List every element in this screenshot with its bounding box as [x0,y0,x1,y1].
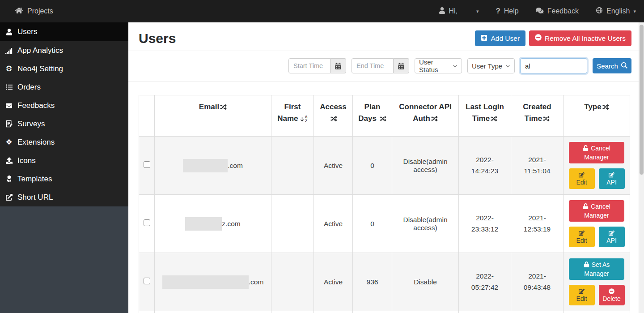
sidebar-item-label: Extensions [17,138,55,147]
last-login-cell: 2022-05:27:42 [459,253,511,311]
language-label: English [606,7,630,15]
survey-icon [4,120,13,128]
select-column-header [139,95,155,137]
delete-button[interactable]: Delete [599,285,625,305]
topbar-right: Hi, ▾ ? Help Feedback English ▾ [439,7,636,16]
scrollbar-thumb[interactable] [640,25,644,175]
sidebar-item-label: Short URL [17,193,53,202]
brand-label: Projects [27,7,53,15]
plan-days-cell: 0 [353,137,392,195]
cancel-manager-button[interactable]: Cancel Manager [569,142,624,164]
connector-api-auth-cell: Disable(admin access) [392,137,459,195]
row-checkbox[interactable] [144,278,150,284]
sidebar-item-label: Icons [17,156,36,165]
nav-projects[interactable]: Projects [15,7,53,16]
row-checkbox[interactable] [144,161,150,168]
api-button[interactable]: API [599,227,625,247]
sidebar-item-orders[interactable]: Orders [0,78,128,96]
table-row: .com Active 936 Disable 2022-05:27:42 20… [139,253,630,311]
type-actions-cell: Set As Manager Edit Delete [564,253,630,311]
envelope-icon [4,103,13,109]
extensions-icon: ❖ [4,138,13,146]
page-header: Users Add User Remove All Inactive Users [139,26,631,51]
type-column-header[interactable]: Type [564,95,630,137]
calendar-icon[interactable] [394,58,409,73]
vertical-scrollbar[interactable] [639,22,644,313]
sidebar-item-short-url[interactable]: Short URL [0,188,128,206]
sidebar-item-neo4j-setting[interactable]: ⚙ Neo4j Setting [0,60,128,78]
first-name-cell [271,137,314,195]
remove-all-inactive-users-button[interactable]: Remove All Inactive Users [529,30,631,46]
sidebar-item-app-analytics[interactable]: App Analytics [0,41,128,60]
sidebar-menu: App Analytics ⚙ Neo4j Setting Orders Fee… [0,41,128,206]
home-icon [15,7,23,16]
edit-button[interactable]: Edit [569,168,595,189]
language-menu[interactable]: English ▾ [596,7,636,16]
user-status-value: User Status [419,58,453,73]
caret-down-icon: ▾ [633,9,636,14]
email-column-header[interactable]: Email [155,95,271,137]
sidebar-item-extensions[interactable]: ❖ Extensions [0,133,128,151]
sidebar-item-label: App Analytics [17,46,63,55]
created-time-cell: 2021-12:53:19 [511,195,564,253]
connector-api-auth-column-header[interactable]: Connector API Auth [392,95,459,137]
set-as-manager-button[interactable]: Set As Manager [569,258,624,280]
cubes-icon [4,175,13,183]
sort-alpha-down-icon: AZ [300,115,308,123]
unlock-icon [583,203,589,209]
plan-days-column-header[interactable]: Plan Days [353,95,392,137]
access-column-header[interactable]: Access [314,95,353,137]
sidebar-item-label: Neo4j Setting [17,64,63,73]
redacted-email [162,275,249,289]
api-button[interactable]: API [599,168,625,189]
sidebar-item-feedbacks[interactable]: Feedbacks [0,96,128,115]
add-user-label: Add User [491,34,520,43]
help-menu[interactable]: ? Help [496,7,518,16]
minus-circle-icon [535,34,542,43]
end-time-input[interactable] [352,58,394,73]
created-time-column-header[interactable]: Created Time [511,95,564,137]
user-type-select[interactable]: User Type [467,58,515,73]
sidebar: Users App Analytics ⚙ Neo4j Setting Orde… [0,22,128,313]
list-icon [4,84,13,90]
search-button-label: Search [597,62,618,70]
page-title: Users [139,31,176,46]
last-login-time-column-header[interactable]: Last Login Time [459,95,511,137]
remove-all-label: Remove All Inactive Users [545,34,626,43]
feedback-menu[interactable]: Feedback [536,7,579,16]
calendar-icon[interactable] [330,58,346,73]
user-status-select[interactable]: User Status [415,58,462,73]
edit-button[interactable]: Edit [569,227,595,247]
email-cell: .com [155,137,271,195]
email-cell: .com [155,253,271,311]
start-time-input[interactable] [288,58,330,73]
search-input[interactable] [520,58,587,73]
divider [128,81,639,82]
unlock-icon [583,145,589,151]
globe-icon [596,7,603,16]
shuffle-sort-icon [602,104,609,110]
search-button[interactable]: Search [593,58,631,73]
edit-button[interactable]: Edit [569,285,595,305]
add-user-button[interactable]: Add User [475,30,525,46]
first-name-column-header[interactable]: First NameAZ [271,95,314,137]
last-login-cell: 2022-14:24:23 [459,137,511,195]
select-cell [139,137,155,195]
sidebar-item-surveys[interactable]: Surveys [0,115,128,133]
edit-icon [579,230,585,236]
first-name-cell [271,253,314,311]
row-checkbox[interactable] [144,219,150,226]
plus-square-icon [481,34,487,43]
edit-icon [609,172,614,178]
sidebar-item-label: Feedbacks [17,101,55,110]
users-table: Email First NameAZ Access Plan Days Conn… [139,95,630,313]
table-row: z.com Active 0 Disable(admin access) 202… [139,195,630,253]
user-menu[interactable]: Hi, ▾ [439,7,479,16]
select-cell [139,195,155,253]
table-row: .com Active 0 Disable(admin access) 2022… [139,137,630,195]
edit-icon [579,172,585,178]
sidebar-item-icons[interactable]: Icons [0,151,128,170]
sidebar-item-templates[interactable]: Templates [0,170,128,188]
sidebar-item-users[interactable]: Users [0,22,128,41]
cancel-manager-button[interactable]: Cancel Manager [569,200,624,222]
